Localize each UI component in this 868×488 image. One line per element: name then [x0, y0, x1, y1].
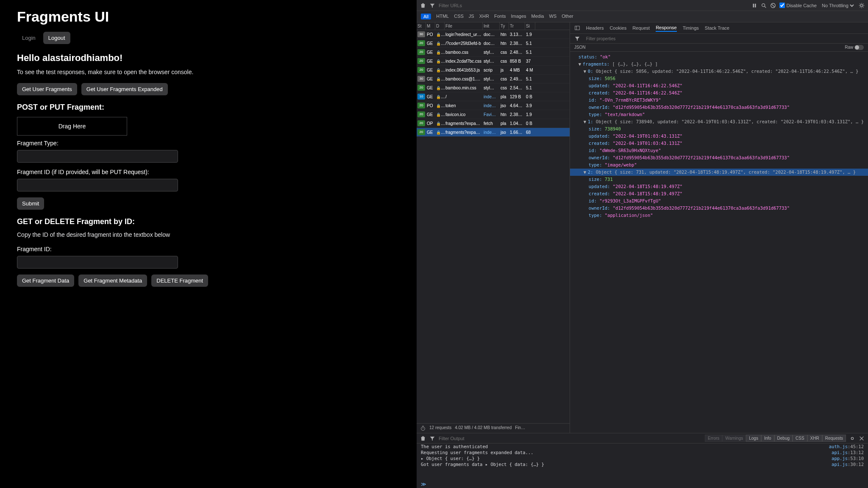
delete-fragment-button[interactable]: DELETE Fragment: [151, 274, 208, 287]
get-fragment-metadata-button[interactable]: Get Fragment Metadata: [78, 274, 147, 287]
json-line[interactable]: status: "ok": [570, 53, 868, 61]
funnel-icon[interactable]: [429, 435, 435, 441]
json-line[interactable]: created: "2022-04-11T16:46:22.546Z": [570, 89, 868, 97]
console-line[interactable]: Got user fragments data ▸ Object { data:…: [417, 461, 868, 467]
network-row[interactable]: 20GE🔒u…bamboo.min.cssstyl…css2.54…5.1: [417, 83, 570, 92]
json-line[interactable]: id: "dWmde-SR63u9HxNQXtuye": [570, 147, 868, 154]
throttling-select[interactable]: No Throttling: [820, 3, 855, 8]
tab-response[interactable]: Response: [656, 24, 677, 32]
json-line[interactable]: updated: "2022-04-19T01:03:43.131Z": [570, 133, 868, 140]
filter-tab-js[interactable]: JS: [469, 14, 474, 19]
fragment-id-put-input[interactable]: [17, 179, 178, 191]
col-header[interactable]: Init: [483, 22, 500, 30]
filter-properties-input[interactable]: [586, 36, 864, 41]
submit-button[interactable]: Submit: [17, 197, 44, 210]
json-line[interactable]: updated: "2022-04-18T15:48:19.497Z": [570, 183, 868, 190]
console-line[interactable]: ▸ Object { user: {…} }app.js:53:10: [417, 455, 868, 461]
get-fragments-button[interactable]: Get User Fragments: [17, 83, 77, 95]
json-line[interactable]: id: "r9293Ot_L3aIMGPFvfTgU": [570, 197, 868, 205]
sidebar-toggle-icon[interactable]: [574, 25, 580, 31]
json-line[interactable]: ▼2: Object { size: 731, updated: "2022-0…: [570, 169, 868, 176]
tab-request[interactable]: Request: [632, 25, 650, 31]
console-line[interactable]: The user is authenticatedauth.js:45:12: [417, 444, 868, 449]
login-button[interactable]: Login: [17, 32, 41, 44]
network-row[interactable]: 20GE🔒l…/?code=25fd3efd-bdoc…htn2.38…5.1: [417, 39, 570, 48]
tab-headers[interactable]: Headers: [586, 25, 604, 31]
filter-tab-ws[interactable]: WS: [549, 14, 556, 19]
fragment-type-input[interactable]: [17, 150, 178, 163]
network-row[interactable]: 20GE🔒l…index.2cdaf7bc.cssstyl…css858 B37: [417, 57, 570, 66]
network-row[interactable]: 30PO🔒fr…login?redirect_uri=hdoc…htn3.13……: [417, 30, 570, 39]
json-line[interactable]: type: "text/markdown": [570, 111, 868, 118]
console-filter-info[interactable]: Info: [761, 435, 774, 442]
filter-tab-html[interactable]: HTML: [436, 14, 449, 19]
col-header[interactable]: M: [426, 22, 435, 30]
col-header[interactable]: D: [435, 22, 445, 30]
filter-tab-other[interactable]: Other: [562, 14, 573, 19]
network-row[interactable]: 20GE🔒l…favicon.icoFavi…htn2.38…1.9: [417, 110, 570, 119]
fragment-id-input[interactable]: [17, 256, 178, 269]
json-line[interactable]: ownerId: "d12fd959054b63b355db320d7772f2…: [570, 205, 868, 212]
col-header[interactable]: Si: [525, 22, 535, 30]
get-fragment-data-button[interactable]: Get Fragment Data: [17, 274, 74, 287]
filter-tab-media[interactable]: Media: [531, 14, 544, 19]
disable-cache-checkbox[interactable]: Disable Cache: [779, 3, 817, 8]
logout-button[interactable]: Logout: [43, 32, 70, 44]
filter-tab-all[interactable]: All: [421, 14, 431, 19]
console-filter-warnings[interactable]: Warnings: [722, 435, 746, 442]
network-row[interactable]: 30GE🔒l…bamboo.css@1.3.9styl…css2.49…5.1: [417, 75, 570, 83]
drag-dropzone[interactable]: Drag Here: [17, 117, 127, 136]
get-fragments-expanded-button[interactable]: Get User Fragments Expanded: [81, 83, 168, 95]
json-line[interactable]: ▼0: Object { size: 5056, updated: "2022-…: [570, 68, 868, 75]
console-filter-errors[interactable]: Errors: [705, 435, 722, 442]
col-header[interactable]: File: [445, 22, 483, 30]
network-row[interactable]: 20PO🔒fr…tokeninde…jso4.64…3.9: [417, 101, 570, 110]
json-line[interactable]: ownerId: "d12fd959054b63b355db320d7772f2…: [570, 104, 868, 111]
json-line[interactable]: ownerId: "d12fd959054b63b355db320d7772f2…: [570, 154, 868, 161]
json-line[interactable]: type: "image/webp": [570, 161, 868, 169]
console-filter-logs[interactable]: Logs: [746, 435, 761, 442]
json-line[interactable]: size: 5056: [570, 75, 868, 82]
console-filter-requests[interactable]: Requests: [822, 435, 846, 442]
console-filter-css[interactable]: CSS: [793, 435, 807, 442]
raw-toggle[interactable]: [854, 45, 864, 50]
funnel-icon[interactable]: [574, 36, 580, 42]
filter-tab-css[interactable]: CSS: [454, 14, 464, 19]
close-icon[interactable]: [859, 435, 865, 441]
json-line[interactable]: size: 731: [570, 176, 868, 183]
trash-icon[interactable]: [420, 435, 426, 441]
network-row[interactable]: 20OP🔒fr…fragments?expand=fetchpla1.04…0 …: [417, 119, 570, 128]
json-line[interactable]: created: "2022-04-18T15:48:19.497Z": [570, 190, 868, 197]
col-header[interactable]: Tr: [509, 22, 525, 30]
network-row[interactable]: 20GE🔒fr…fragments?expand=inde…jso1.66…68: [417, 128, 570, 137]
console-line[interactable]: Requesting user fragments expanded data.…: [417, 449, 868, 455]
filter-urls-input[interactable]: [439, 3, 497, 8]
filter-tab-fonts[interactable]: Fonts: [494, 14, 506, 19]
tab-timings[interactable]: Timings: [683, 25, 699, 31]
network-row[interactable]: 10GE🔒l…/inde…pla129 B0 B: [417, 92, 570, 101]
trash-icon[interactable]: [420, 3, 426, 8]
tab-cookies[interactable]: Cookies: [609, 25, 626, 31]
tab-stacktrace[interactable]: Stack Trace: [705, 25, 729, 31]
block-icon[interactable]: [770, 3, 776, 8]
json-line[interactable]: size: 738940: [570, 125, 868, 133]
network-row[interactable]: 20GE🔒l…index.0641b553.jsscripjs4 MB4 M: [417, 66, 570, 75]
json-line[interactable]: ▼1: Object { size: 738940, updated: "202…: [570, 118, 868, 125]
console-prompt[interactable]: ≫: [417, 480, 868, 488]
json-line[interactable]: type: "application/json": [570, 212, 868, 219]
console-filter-xhr[interactable]: XHR: [807, 435, 822, 442]
filter-tab-xhr[interactable]: XHR: [479, 14, 489, 19]
pause-icon[interactable]: [751, 3, 757, 8]
json-line[interactable]: created: "2022-04-19T01:03:43.131Z": [570, 140, 868, 147]
search-icon[interactable]: [761, 3, 767, 8]
gear-icon[interactable]: [859, 3, 865, 8]
filter-output-input[interactable]: [439, 436, 497, 441]
filter-tab-images[interactable]: Images: [511, 14, 526, 19]
json-line[interactable]: updated: "2022-04-11T16:46:22.546Z": [570, 82, 868, 89]
network-row[interactable]: 20GE🔒u…bamboo.cssstyl…css2.48…5.1: [417, 48, 570, 57]
console-filter-debug[interactable]: Debug: [774, 435, 793, 442]
col-header[interactable]: St: [417, 22, 426, 30]
funnel-icon[interactable]: [429, 3, 435, 8]
json-line[interactable]: ▼fragments: [ {…}, {…}, {…} ]: [570, 61, 868, 68]
json-line[interactable]: id: "-OVn_7rnmBYcRET3dWKY9": [570, 97, 868, 104]
